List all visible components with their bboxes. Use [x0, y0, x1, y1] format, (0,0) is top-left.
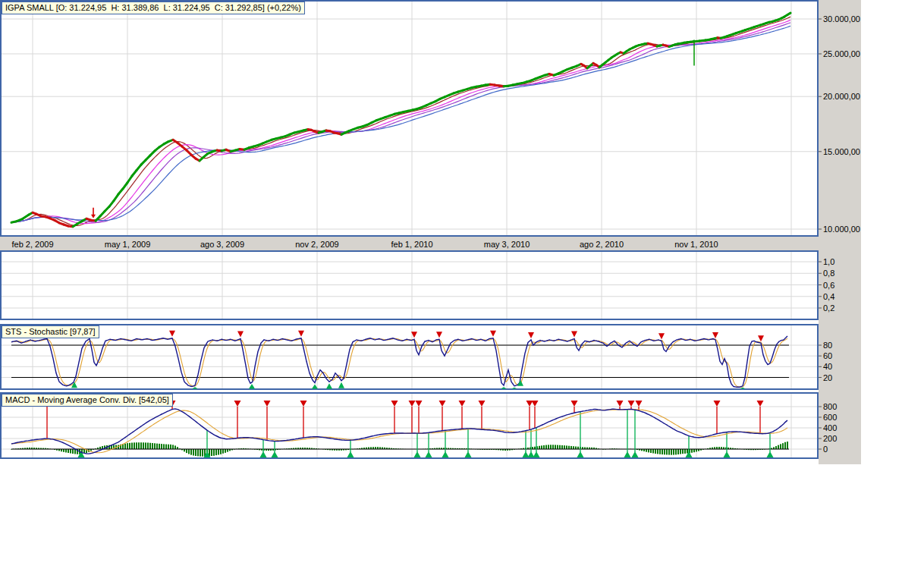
charting-app-screen: { "app": { "bg": "#ffffff", "chrome_bg":…: [0, 0, 924, 572]
y-axis-tick-label: 400: [823, 423, 837, 432]
date-axis-label: ago 2, 2010: [580, 240, 624, 249]
y-axis-tick-label: 20.000,00: [823, 92, 860, 101]
y-axis-tick-label: 40: [823, 362, 832, 371]
y-axis-tick-label: 15.000,00: [823, 147, 860, 156]
y-axis-tick-label: 0,8: [823, 269, 834, 278]
date-axis-label: feb 1, 2010: [391, 240, 432, 249]
date-axis-label: ago 3, 2009: [200, 240, 244, 249]
y-axis-tick-label: 0: [823, 445, 828, 454]
y-axis-tick-label: 20: [823, 373, 832, 382]
macd-legend[interactable]: MACD - Moving Average Conv. Div. [542,05…: [2, 394, 173, 407]
y-axis-tick-label: 10.000,00: [823, 225, 860, 234]
y-axis-tick-label: 1,0: [823, 257, 834, 266]
empty-indicator-panel: [0, 250, 819, 320]
date-axis-label: feb 2, 2009: [11, 240, 53, 249]
date-axis-label: may 3, 2010: [484, 240, 530, 249]
y-axis-tick-label: 25.000,00: [823, 49, 860, 58]
date-axis-label: nov 1, 2010: [674, 240, 718, 249]
y-axis-tick-label: 200: [823, 434, 837, 443]
y-axis-tick-label: 80: [823, 341, 832, 350]
stochastic-legend[interactable]: STS - Stochastic [97,87]: [2, 325, 99, 338]
y-axis-tick-label: 0,4: [823, 292, 834, 301]
date-axis-label: nov 2, 2009: [295, 240, 339, 249]
price-chart-panel: [0, 0, 819, 237]
y-axis-tick-label: 600: [823, 413, 837, 422]
y-axis-tick-label: 0,2: [823, 303, 834, 313]
y-axis-tick-label: 30.000,00: [823, 14, 860, 24]
y-axis-tick-label: 0,6: [823, 281, 834, 290]
date-axis-label: may 1, 2009: [105, 240, 151, 249]
stochastic-panel: [0, 324, 819, 390]
y-axis-tick-label: 800: [823, 402, 837, 411]
price-series-legend[interactable]: IGPA SMALL [O: 31.224,95 H: 31.389,86 L:…: [2, 2, 305, 14]
y-axis-tick-label: 60: [823, 351, 832, 360]
